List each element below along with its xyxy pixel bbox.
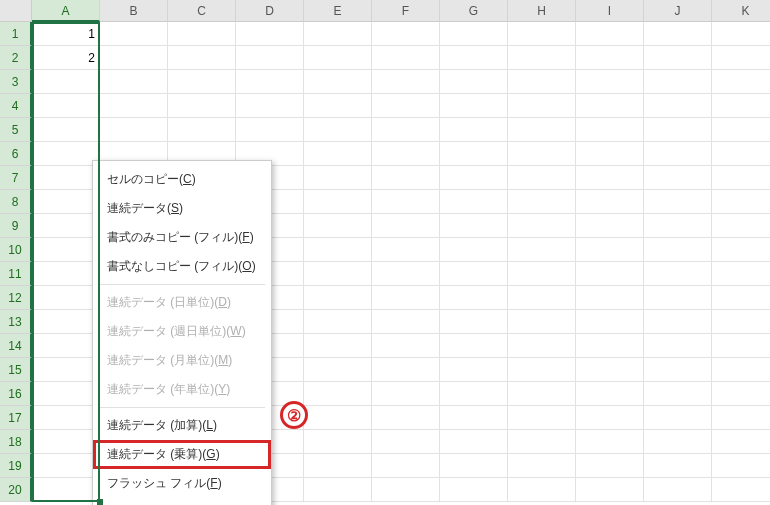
row-header-1[interactable]: 1	[0, 22, 32, 46]
cell-J19[interactable]	[644, 454, 712, 478]
menu-item-0[interactable]: セルのコピー(C)	[93, 165, 271, 194]
cell-B1[interactable]	[100, 22, 168, 46]
menu-item-1[interactable]: 連続データ(S)	[93, 194, 271, 223]
cell-G3[interactable]	[440, 70, 508, 94]
cell-F9[interactable]	[372, 214, 440, 238]
cell-A9[interactable]	[32, 214, 100, 238]
menu-item-3[interactable]: 書式なしコピー (フィル)(O)	[93, 252, 271, 281]
cell-E17[interactable]	[304, 406, 372, 430]
cell-A15[interactable]	[32, 358, 100, 382]
cell-J1[interactable]	[644, 22, 712, 46]
cell-K20[interactable]	[712, 478, 770, 502]
cell-G12[interactable]	[440, 286, 508, 310]
cell-G10[interactable]	[440, 238, 508, 262]
cell-D5[interactable]	[236, 118, 304, 142]
cell-D2[interactable]	[236, 46, 304, 70]
cell-J17[interactable]	[644, 406, 712, 430]
cell-K17[interactable]	[712, 406, 770, 430]
cell-E13[interactable]	[304, 310, 372, 334]
menu-item-2[interactable]: 書式のみコピー (フィル)(F)	[93, 223, 271, 252]
cell-A5[interactable]	[32, 118, 100, 142]
column-header-F[interactable]: F	[372, 0, 440, 22]
cell-F16[interactable]	[372, 382, 440, 406]
menu-item-11[interactable]: 連続データ (乗算)(G)	[93, 440, 271, 469]
column-header-C[interactable]: C	[168, 0, 236, 22]
cell-I4[interactable]	[576, 94, 644, 118]
cell-K6[interactable]	[712, 142, 770, 166]
cell-K16[interactable]	[712, 382, 770, 406]
cell-H11[interactable]	[508, 262, 576, 286]
cell-B2[interactable]	[100, 46, 168, 70]
cell-A12[interactable]	[32, 286, 100, 310]
cell-K12[interactable]	[712, 286, 770, 310]
row-header-11[interactable]: 11	[0, 262, 32, 286]
cell-A8[interactable]	[32, 190, 100, 214]
cell-J15[interactable]	[644, 358, 712, 382]
row-header-9[interactable]: 9	[0, 214, 32, 238]
menu-item-10[interactable]: 連続データ (加算)(L)	[93, 411, 271, 440]
cell-F3[interactable]	[372, 70, 440, 94]
row-header-14[interactable]: 14	[0, 334, 32, 358]
cell-G14[interactable]	[440, 334, 508, 358]
row-header-20[interactable]: 20	[0, 478, 32, 502]
cell-H5[interactable]	[508, 118, 576, 142]
cell-B5[interactable]	[100, 118, 168, 142]
cell-H1[interactable]	[508, 22, 576, 46]
cell-K10[interactable]	[712, 238, 770, 262]
cell-C4[interactable]	[168, 94, 236, 118]
cell-K8[interactable]	[712, 190, 770, 214]
cell-F2[interactable]	[372, 46, 440, 70]
cell-K5[interactable]	[712, 118, 770, 142]
menu-item-12[interactable]: フラッシュ フィル(F)	[93, 469, 271, 498]
cell-K18[interactable]	[712, 430, 770, 454]
cell-F7[interactable]	[372, 166, 440, 190]
cell-F8[interactable]	[372, 190, 440, 214]
cell-G20[interactable]	[440, 478, 508, 502]
cell-G19[interactable]	[440, 454, 508, 478]
cell-C2[interactable]	[168, 46, 236, 70]
cell-I1[interactable]	[576, 22, 644, 46]
cell-G1[interactable]	[440, 22, 508, 46]
column-header-H[interactable]: H	[508, 0, 576, 22]
cell-G7[interactable]	[440, 166, 508, 190]
cell-E11[interactable]	[304, 262, 372, 286]
cell-K2[interactable]	[712, 46, 770, 70]
cell-K4[interactable]	[712, 94, 770, 118]
cell-E9[interactable]	[304, 214, 372, 238]
cell-H2[interactable]	[508, 46, 576, 70]
cell-E6[interactable]	[304, 142, 372, 166]
cell-I9[interactable]	[576, 214, 644, 238]
cell-G15[interactable]	[440, 358, 508, 382]
cell-D3[interactable]	[236, 70, 304, 94]
cell-G4[interactable]	[440, 94, 508, 118]
cell-I11[interactable]	[576, 262, 644, 286]
cell-E4[interactable]	[304, 94, 372, 118]
cell-I19[interactable]	[576, 454, 644, 478]
cell-F15[interactable]	[372, 358, 440, 382]
cell-J20[interactable]	[644, 478, 712, 502]
cell-K1[interactable]	[712, 22, 770, 46]
row-header-8[interactable]: 8	[0, 190, 32, 214]
cell-H6[interactable]	[508, 142, 576, 166]
cell-G2[interactable]	[440, 46, 508, 70]
cell-G9[interactable]	[440, 214, 508, 238]
cell-F13[interactable]	[372, 310, 440, 334]
cell-F19[interactable]	[372, 454, 440, 478]
cell-J7[interactable]	[644, 166, 712, 190]
cell-I10[interactable]	[576, 238, 644, 262]
cell-A2[interactable]: 2	[32, 46, 100, 70]
cell-B4[interactable]	[100, 94, 168, 118]
cell-A17[interactable]	[32, 406, 100, 430]
cell-A16[interactable]	[32, 382, 100, 406]
cell-E2[interactable]	[304, 46, 372, 70]
cell-E5[interactable]	[304, 118, 372, 142]
row-header-16[interactable]: 16	[0, 382, 32, 406]
row-header-5[interactable]: 5	[0, 118, 32, 142]
row-header-12[interactable]: 12	[0, 286, 32, 310]
cell-G13[interactable]	[440, 310, 508, 334]
cell-I5[interactable]	[576, 118, 644, 142]
row-header-19[interactable]: 19	[0, 454, 32, 478]
cell-J14[interactable]	[644, 334, 712, 358]
cell-K7[interactable]	[712, 166, 770, 190]
cell-E15[interactable]	[304, 358, 372, 382]
